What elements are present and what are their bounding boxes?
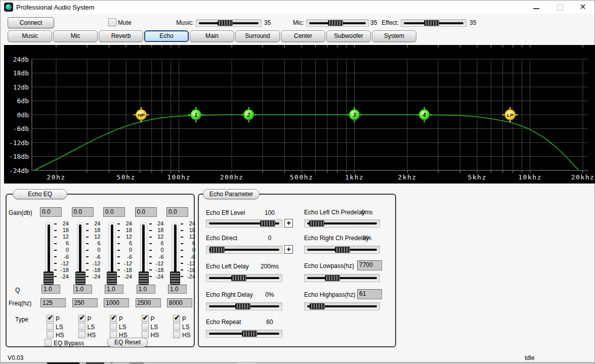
band2-gain-field[interactable]: 0.0	[72, 207, 94, 217]
band5-gain-slider[interactable]	[172, 222, 179, 280]
band5-type-p-checkbox[interactable]	[173, 315, 180, 322]
mic-slider-thumb[interactable]	[328, 20, 343, 26]
band5-type-ls-checkbox[interactable]	[173, 323, 180, 330]
band2-q-field[interactable]: 1.0	[73, 285, 92, 294]
band5-slider-thumb[interactable]	[170, 271, 180, 285]
tab-mic[interactable]: Mic	[53, 30, 98, 42]
echo-left-ch-predelay-slider[interactable]	[304, 219, 380, 228]
band2-type-p-checkbox[interactable]	[78, 315, 86, 322]
echo-repeat-slider[interactable]	[206, 330, 282, 338]
eq-graph-svg: 24db18db12db6db0db-6db-12db-18db-24db20h…	[1, 45, 595, 184]
band3-gain-field[interactable]: 0.0	[103, 207, 125, 217]
band1-slider-thumb[interactable]	[44, 271, 54, 285]
band5-gain-field[interactable]: 0.0	[166, 207, 188, 217]
band4-slider-thumb[interactable]	[139, 271, 149, 285]
echo-right-ch-predelay-slider-thumb[interactable]	[335, 247, 350, 253]
echo-highpass-hz-slider[interactable]	[304, 302, 380, 310]
tab-subwoofer[interactable]: Subwoofer	[326, 30, 371, 42]
effect-slider-thumb[interactable]	[424, 20, 439, 26]
maximize-button[interactable]	[555, 3, 564, 12]
tab-surround[interactable]: Surround	[235, 30, 280, 42]
eq-frequency-graph[interactable]: 24db18db12db6db0db-6db-12db-18db-24db20h…	[1, 45, 595, 184]
band1-type-ls-label: LS	[56, 324, 63, 331]
band4-type-ls-checkbox[interactable]	[142, 323, 149, 330]
band2-gain-slider[interactable]	[77, 222, 84, 280]
music-slider[interactable]	[196, 19, 262, 27]
echo-lowpass-hz-field[interactable]: 7700	[357, 260, 382, 270]
echo-left-delay-slider-thumb[interactable]	[231, 275, 246, 281]
band2-type-hs-checkbox[interactable]	[78, 331, 86, 338]
mic-label: Mic:	[284, 19, 304, 26]
eq-reset-button[interactable]: EQ Reset	[107, 338, 148, 347]
band2-type-ls-checkbox[interactable]	[78, 323, 86, 330]
echo-lowpass-hz-slider[interactable]	[304, 274, 380, 282]
tab-system[interactable]: System	[372, 30, 416, 42]
echo-eff-level-slider[interactable]	[206, 219, 282, 228]
x-axis-label: 50hz	[116, 173, 135, 181]
echo-direct-slider-thumb[interactable]	[209, 247, 225, 253]
band1-type-hs-checkbox[interactable]	[47, 331, 54, 338]
band3-freq-field[interactable]: 1000	[104, 298, 129, 307]
band3-q-field[interactable]: 1.0	[105, 285, 123, 294]
band3-slider-thumb[interactable]	[107, 271, 117, 285]
echo-right-delay-slider-thumb[interactable]	[235, 303, 250, 309]
echo-eff-level-slider-thumb[interactable]	[260, 220, 275, 226]
echo-eff-level-plus-button[interactable]: +	[284, 219, 293, 228]
connect-button[interactable]: Connect	[8, 17, 54, 28]
band2-freq-field[interactable]: 250	[72, 298, 98, 307]
band5-type-hs-checkbox[interactable]	[173, 331, 180, 338]
mute-checkbox[interactable]	[108, 18, 116, 26]
band5-type-ls-label: LS	[182, 324, 190, 331]
music-slider-thumb[interactable]	[218, 20, 233, 26]
echo-left-delay-slider[interactable]	[206, 274, 282, 282]
tab-echo[interactable]: Echo	[144, 30, 189, 42]
band4-gain-slider[interactable]	[140, 222, 147, 280]
tab-center[interactable]: Center	[281, 30, 325, 42]
echo-right-ch-predelay-slider[interactable]	[304, 246, 380, 254]
band2-slider-thumb[interactable]	[75, 271, 86, 285]
echo-direct-slider[interactable]	[206, 246, 282, 254]
band2-tick: -24	[86, 274, 101, 280]
band5-slider-line	[174, 224, 177, 277]
band1-gain-slider[interactable]	[45, 222, 52, 280]
band4-type-hs-checkbox[interactable]	[142, 331, 149, 338]
band4-gain-field[interactable]: 0.0	[135, 207, 157, 217]
x-axis-label: 2khz	[398, 173, 416, 181]
band3-type-ls-checkbox[interactable]	[110, 323, 117, 330]
echo-highpass-hz-slider-thumb[interactable]	[310, 303, 325, 309]
tab-music[interactable]: Music	[8, 30, 52, 42]
band4-type-p-checkbox[interactable]	[142, 315, 149, 322]
band4-freq-field[interactable]: 2500	[136, 298, 161, 307]
tab-main[interactable]: Main	[190, 30, 234, 42]
tab-reverb[interactable]: Reverb	[99, 30, 143, 42]
band1-gain-field[interactable]: 0.0	[40, 207, 62, 217]
band1-type-ls-checkbox[interactable]	[47, 323, 54, 330]
band5-q-field[interactable]: 1.0	[168, 285, 187, 294]
echo-repeat-slider-thumb[interactable]	[242, 331, 257, 337]
echo-highpass-hz-field[interactable]: 61	[357, 289, 382, 299]
eq-bypass-checkbox[interactable]	[45, 339, 52, 346]
type-row-label: Type	[15, 316, 28, 323]
band1-tick: -6	[54, 254, 69, 260]
band1-tick: 0	[54, 247, 69, 253]
echo-left-ch-predelay-slider-thumb[interactable]	[309, 220, 324, 226]
echo-lowpass-hz-slider-thumb[interactable]	[325, 275, 340, 281]
echo-direct-value: 0	[253, 235, 286, 242]
band1-q-field[interactable]: 1.0	[41, 285, 60, 294]
x-axis-label: 20khz	[571, 173, 595, 181]
effect-slider[interactable]	[401, 19, 466, 27]
band3-gain-slider[interactable]	[108, 222, 115, 280]
minimize-button[interactable]	[532, 3, 541, 12]
echo-right-delay-slider[interactable]	[206, 302, 282, 310]
close-button[interactable]: ✕	[578, 3, 587, 12]
band5-type-p-label: P	[182, 315, 186, 323]
mic-slider[interactable]	[306, 19, 369, 27]
band3-type-hs-checkbox[interactable]	[110, 331, 117, 338]
band5-freq-field[interactable]: 8000	[167, 298, 192, 307]
band1-type-p-checkbox[interactable]	[47, 315, 54, 322]
band4-q-field[interactable]: 1.0	[137, 285, 155, 294]
band3-type-p-checkbox[interactable]	[110, 315, 117, 322]
band1-freq-field[interactable]: 125	[40, 298, 66, 307]
window-title: Professional Audio System	[16, 4, 95, 11]
echo-direct-plus-button[interactable]: +	[284, 245, 293, 254]
